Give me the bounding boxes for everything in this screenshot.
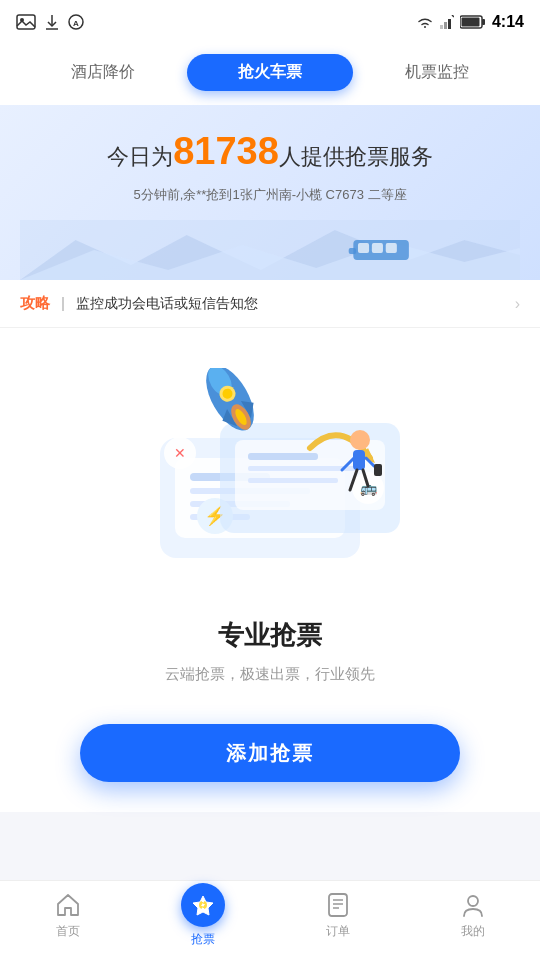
nav-item-ticket[interactable]: 抢票 — [135, 883, 270, 948]
svg-rect-48 — [353, 450, 365, 470]
status-bar: A 4:14 — [0, 0, 540, 44]
svg-rect-0 — [17, 15, 35, 29]
time-display: 4:14 — [492, 13, 524, 31]
bottom-nav: 首页 抢票 订单 — [0, 880, 540, 960]
svg-rect-7 — [444, 22, 447, 29]
download-icon — [44, 14, 60, 30]
nav-item-home[interactable]: 首页 — [0, 891, 135, 940]
arrow-icon: › — [515, 295, 520, 313]
feature-title: 专业抢票 — [218, 618, 322, 653]
order-label: 订单 — [326, 923, 350, 940]
svg-rect-18 — [372, 243, 383, 253]
svg-rect-19 — [386, 243, 397, 253]
nav-item-mine[interactable]: 我的 — [405, 891, 540, 940]
svg-line-9 — [452, 15, 454, 17]
svg-point-62 — [468, 896, 478, 906]
illustration: ⚡ — [120, 368, 420, 588]
svg-rect-11 — [482, 19, 485, 25]
app-icon: A — [68, 14, 84, 30]
svg-point-47 — [350, 430, 370, 450]
feature-illustration: ⚡ — [120, 368, 420, 588]
svg-rect-33 — [248, 478, 338, 483]
svg-rect-58 — [329, 894, 347, 916]
tab-train[interactable]: 抢火车票 — [187, 54, 354, 91]
svg-rect-31 — [248, 453, 318, 460]
mine-label: 我的 — [461, 923, 485, 940]
home-label: 首页 — [56, 923, 80, 940]
svg-rect-20 — [349, 248, 356, 254]
top-tabs: 酒店降价 抢火车票 机票监控 — [0, 44, 540, 105]
add-ticket-button[interactable]: 添加抢票 — [80, 724, 460, 782]
svg-rect-6 — [440, 25, 443, 29]
guide-label: 攻略 — [20, 294, 50, 313]
banner-decoration — [20, 220, 520, 280]
svg-text:✕: ✕ — [174, 445, 186, 461]
svg-text:A: A — [73, 19, 79, 28]
order-icon — [324, 891, 352, 919]
gallery-icon — [16, 14, 36, 30]
wifi-icon — [416, 15, 434, 29]
svg-rect-53 — [374, 464, 382, 476]
home-icon — [54, 891, 82, 919]
feature-subtitle: 云端抢票，极速出票，行业领先 — [165, 665, 375, 684]
battery-icon — [460, 15, 486, 29]
banner-title: 今日为81738人提供抢票服务 — [20, 125, 520, 178]
svg-rect-12 — [461, 18, 479, 27]
banner: 今日为81738人提供抢票服务 5分钟前,余**抢到1张广州南-小榄 C7673… — [0, 105, 540, 280]
mine-icon — [459, 891, 487, 919]
nav-item-order[interactable]: 订单 — [270, 891, 405, 940]
ticket-active-badge — [181, 883, 225, 927]
guide-bar[interactable]: 攻略 监控成功会电话或短信告知您 › — [0, 280, 540, 328]
guide-text: 监控成功会电话或短信告知您 — [76, 295, 515, 313]
divider — [62, 297, 64, 311]
svg-text:🚌: 🚌 — [360, 480, 378, 497]
svg-rect-8 — [448, 19, 451, 29]
main-content: ⚡ — [0, 328, 540, 812]
banner-subtitle: 5分钟前,余**抢到1张广州南-小榄 C7673 二等座 — [20, 186, 520, 220]
tab-flight[interactable]: 机票监控 — [353, 54, 520, 91]
svg-rect-17 — [358, 243, 369, 253]
signal-icon — [440, 15, 454, 29]
tab-hotel[interactable]: 酒店降价 — [20, 54, 187, 91]
ticket-label: 抢票 — [191, 931, 215, 948]
